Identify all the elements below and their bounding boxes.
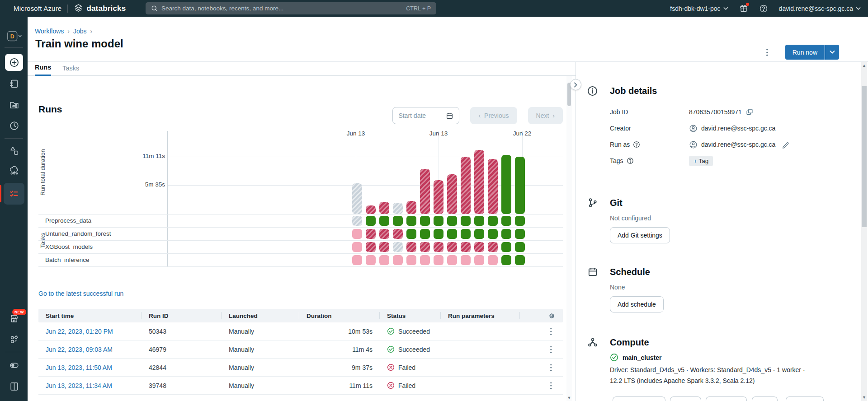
run-start-time-link[interactable]: Jun 22, 2023, 01:20 PM (38, 328, 142, 335)
column-run-id[interactable]: Run ID (142, 309, 222, 322)
run-duration-bar[interactable] (366, 205, 376, 214)
task-run-cell[interactable] (488, 216, 498, 226)
search-input[interactable] (161, 5, 402, 12)
whats-new-button[interactable] (739, 4, 748, 13)
task-run-cell[interactable] (420, 255, 430, 265)
task-run-cell[interactable] (447, 229, 457, 239)
task-run-cell[interactable] (352, 229, 362, 239)
task-run-cell[interactable] (447, 255, 457, 265)
run-duration-bar[interactable] (352, 183, 362, 214)
task-run-cell[interactable] (352, 216, 362, 226)
databricks-logo[interactable]: databricks (74, 4, 126, 13)
collapse-panel-button[interactable] (570, 79, 581, 90)
task-run-cell[interactable] (501, 216, 511, 226)
row-kebab-menu[interactable] (547, 380, 556, 391)
sidebar-item-workflows[interactable] (5, 186, 23, 202)
run-now-button[interactable]: Run now (785, 45, 825, 60)
run-duration-bar[interactable] (461, 157, 471, 214)
task-run-cell[interactable] (461, 229, 471, 239)
tab-tasks[interactable]: Tasks (62, 65, 79, 75)
sidebar-item-compute[interactable] (5, 162, 23, 178)
scroll-down-arrow[interactable]: ▼ (861, 395, 867, 400)
task-run-cell[interactable] (434, 242, 443, 252)
row-kebab-menu[interactable] (547, 326, 556, 337)
run-duration-bar[interactable] (474, 150, 484, 214)
task-run-cell[interactable] (393, 242, 403, 252)
task-run-cell[interactable] (501, 255, 511, 265)
run-start-time-link[interactable]: Jun 13, 2023, 11:50 AM (38, 364, 142, 371)
column-run-parameters[interactable]: Run parameters (441, 309, 520, 322)
details-scrollbar[interactable]: ▲ ▼ (861, 62, 867, 401)
compute-action-button[interactable] (786, 396, 824, 401)
sidebar-item-panel[interactable] (5, 378, 23, 394)
task-run-cell[interactable] (393, 255, 403, 265)
latest-successful-run-link[interactable]: Go to the latest successful run (38, 290, 123, 297)
compute-action-button[interactable] (752, 396, 778, 401)
compute-action-button[interactable] (706, 396, 747, 401)
task-run-cell[interactable] (515, 255, 525, 265)
sidebar-item-recents[interactable] (5, 117, 23, 134)
sidebar-item-partner-connect[interactable] (5, 331, 23, 347)
task-run-cell[interactable] (406, 255, 416, 265)
task-run-cell[interactable] (379, 229, 389, 239)
add-schedule-button[interactable]: Add schedule (610, 296, 664, 312)
task-run-cell[interactable] (447, 242, 457, 252)
task-run-cell[interactable] (379, 242, 389, 252)
question-icon[interactable] (627, 157, 634, 164)
tab-runs[interactable]: Runs (35, 64, 51, 76)
task-run-cell[interactable] (366, 242, 376, 252)
task-run-cell[interactable] (515, 242, 525, 252)
row-kebab-menu[interactable] (547, 362, 556, 373)
sidebar-item-repos[interactable] (5, 97, 23, 113)
task-run-cell[interactable] (488, 255, 498, 265)
task-run-cell[interactable] (488, 229, 498, 239)
task-run-cell[interactable] (434, 255, 443, 265)
task-run-cell[interactable] (501, 229, 511, 239)
breadcrumb-workflows-link[interactable]: Workflows (35, 28, 64, 35)
task-run-cell[interactable] (474, 229, 484, 239)
compute-action-button[interactable] (670, 396, 701, 401)
run-start-time-link[interactable]: Jun 13, 2023, 11:34 AM (38, 382, 142, 389)
task-run-cell[interactable] (515, 216, 525, 226)
new-button[interactable] (5, 54, 23, 71)
task-run-cell[interactable] (366, 216, 376, 226)
task-run-cell[interactable] (379, 216, 389, 226)
task-run-cell[interactable] (461, 242, 471, 252)
run-duration-bar[interactable] (434, 180, 443, 214)
workspace-switcher[interactable]: fsdh-dbk-dw1-poc (670, 5, 728, 12)
sidebar-item-feature-toggle[interactable] (5, 357, 23, 373)
task-run-cell[interactable] (352, 255, 362, 265)
task-run-cell[interactable] (447, 216, 457, 226)
column-status[interactable]: Status (380, 309, 441, 322)
question-icon[interactable] (633, 141, 640, 148)
scroll-down-arrow[interactable]: ▼ (566, 396, 572, 400)
run-duration-bar[interactable] (515, 157, 525, 214)
breadcrumb-jobs-link[interactable]: Jobs (73, 28, 87, 35)
job-kebab-menu[interactable] (763, 47, 772, 58)
task-run-cell[interactable] (406, 242, 416, 252)
user-menu[interactable]: david.rene@ssc-spc.gc.ca (779, 5, 861, 12)
run-duration-bar[interactable] (447, 174, 457, 214)
edit-pencil-icon[interactable] (782, 141, 789, 149)
run-duration-bar[interactable] (393, 203, 403, 214)
add-tag-button[interactable]: + Tag (689, 156, 713, 166)
column-launched[interactable]: Launched (222, 309, 299, 322)
column-duration[interactable]: Duration (299, 309, 380, 322)
sidebar-item-catalog[interactable] (5, 142, 23, 159)
task-run-cell[interactable] (406, 216, 416, 226)
task-run-cell[interactable] (366, 229, 376, 239)
task-run-cell[interactable] (366, 255, 376, 265)
table-settings-gear[interactable] (520, 309, 563, 322)
details-scrollbar-thumb[interactable] (862, 86, 867, 227)
task-run-cell[interactable] (420, 216, 430, 226)
task-run-cell[interactable] (379, 255, 389, 265)
main-scrollbar[interactable]: ▼ (566, 76, 572, 401)
task-run-cell[interactable] (420, 229, 430, 239)
sidebar-item-workspace[interactable] (5, 75, 23, 92)
copy-icon[interactable] (745, 108, 754, 116)
column-start-time[interactable]: Start time (38, 309, 142, 322)
scroll-up-arrow[interactable]: ▲ (861, 63, 867, 68)
help-button[interactable] (759, 4, 768, 13)
sidebar-item-marketplace[interactable] (5, 310, 23, 326)
run-duration-bar[interactable] (501, 155, 511, 214)
